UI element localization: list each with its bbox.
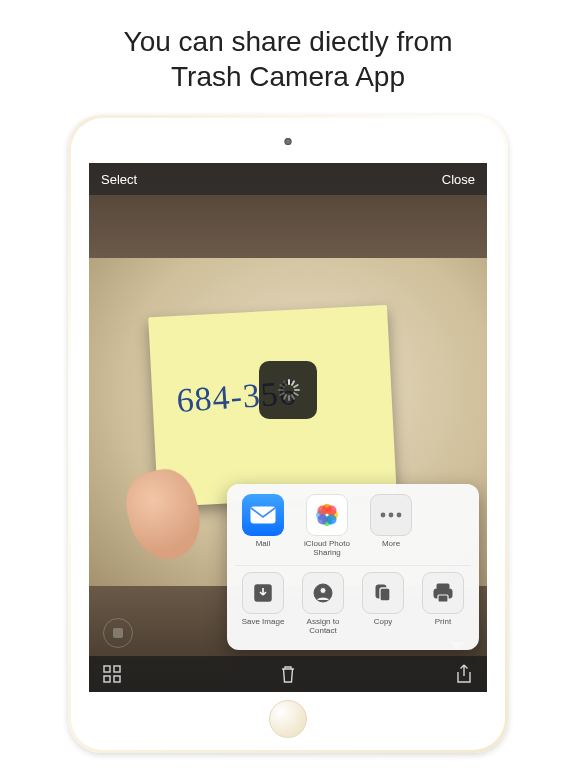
contact-icon <box>302 572 344 614</box>
headline-line1: You can share diectly from <box>124 26 453 57</box>
ipad-frame: 684-356 Select Close <box>68 115 508 753</box>
svg-point-6 <box>327 505 337 515</box>
svg-point-14 <box>320 588 326 594</box>
svg-point-11 <box>397 512 402 517</box>
share-app-label: More <box>382 540 400 556</box>
app-screen: 684-356 Select Close <box>89 163 487 692</box>
share-app-more[interactable]: More <box>363 494 419 558</box>
share-sheet: Mail <box>227 484 479 650</box>
photos-icon <box>306 494 348 536</box>
svg-rect-23 <box>114 676 120 682</box>
svg-point-8 <box>318 514 328 524</box>
action-label: Assign to Contact <box>295 618 351 636</box>
save-image-icon <box>242 572 284 614</box>
home-button[interactable] <box>269 700 307 738</box>
trash-icon[interactable] <box>279 665 297 683</box>
svg-rect-16 <box>380 588 390 601</box>
svg-point-9 <box>381 512 386 517</box>
action-assign-contact[interactable]: Assign to Contact <box>295 572 351 636</box>
svg-rect-19 <box>438 595 448 602</box>
copy-icon <box>362 572 404 614</box>
loading-overlay <box>259 361 317 419</box>
close-button[interactable]: Close <box>442 172 475 187</box>
share-app-label: Mail <box>256 540 271 556</box>
svg-rect-20 <box>104 666 110 672</box>
svg-rect-22 <box>104 676 110 682</box>
action-label: Print <box>435 618 451 634</box>
action-save-image[interactable]: Save Image <box>235 572 291 636</box>
bottom-toolbar <box>89 656 487 692</box>
share-icon[interactable] <box>455 665 473 683</box>
action-label: Save Image <box>242 618 285 634</box>
mail-icon <box>242 494 284 536</box>
select-button[interactable]: Select <box>101 172 137 187</box>
share-app-mail[interactable]: Mail <box>235 494 291 558</box>
svg-point-7 <box>327 514 337 524</box>
action-copy[interactable]: Copy <box>355 572 411 636</box>
action-label: Copy <box>374 618 393 634</box>
svg-point-10 <box>389 512 394 517</box>
device-camera <box>285 138 292 145</box>
share-app-icloud-photo[interactable]: iCloud Photo Sharing <box>299 494 355 558</box>
stop-button[interactable] <box>103 618 133 648</box>
svg-rect-21 <box>114 666 120 672</box>
more-icon <box>370 494 412 536</box>
svg-rect-0 <box>251 506 276 523</box>
top-navbar: Select Close <box>89 163 487 195</box>
spinner-icon <box>277 379 299 401</box>
action-print[interactable]: Print <box>415 572 471 636</box>
share-app-label: iCloud Photo Sharing <box>299 540 355 558</box>
grid-icon[interactable] <box>103 665 121 683</box>
svg-point-5 <box>318 505 328 515</box>
svg-rect-17 <box>437 584 449 589</box>
print-icon <box>422 572 464 614</box>
headline-line2: Trash Camera App <box>171 61 405 92</box>
marketing-headline: You can share diectly from Trash Camera … <box>0 0 576 94</box>
